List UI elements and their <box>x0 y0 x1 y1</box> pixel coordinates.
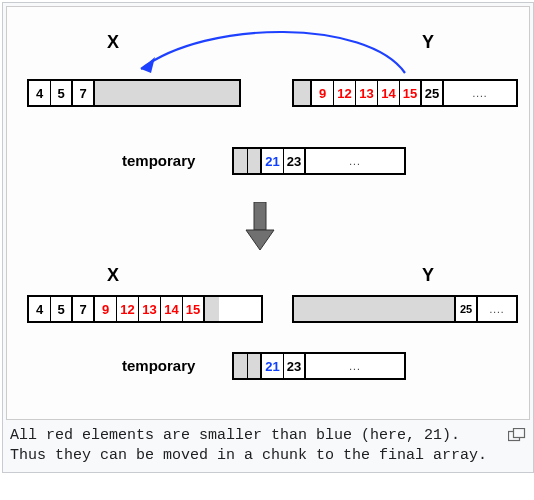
cell: 13 <box>139 297 161 321</box>
cell: 12 <box>117 297 139 321</box>
cell: 14 <box>378 81 400 105</box>
cell: 4 <box>29 297 51 321</box>
cell: 14 <box>161 297 183 321</box>
label-x-top: X <box>107 32 119 53</box>
caption-row: All red elements are smaller than blue (… <box>6 420 530 469</box>
cell-ellipsis: .... <box>478 297 516 321</box>
cell: 25 <box>456 297 478 321</box>
label-x-bottom: X <box>107 265 119 286</box>
cell-gray <box>248 149 262 173</box>
label-temporary-top: temporary <box>122 152 195 169</box>
label-y-top: Y <box>422 32 434 53</box>
cell: 12 <box>334 81 356 105</box>
cell-gray <box>205 297 219 321</box>
cell-gray <box>248 354 262 378</box>
cell: 9 <box>312 81 334 105</box>
cell: 5 <box>51 81 73 105</box>
cell: 7 <box>73 297 95 321</box>
cell: 9 <box>95 297 117 321</box>
array-temp-top: 21 23 ... <box>232 147 406 175</box>
cell: 13 <box>356 81 378 105</box>
svg-marker-2 <box>246 230 274 250</box>
cell: 7 <box>73 81 95 105</box>
svg-rect-1 <box>254 202 266 230</box>
cell: 4 <box>29 81 51 105</box>
cell-ellipsis: .... <box>444 81 516 105</box>
array-temp-bottom: 21 23 ... <box>232 352 406 380</box>
cell-gray-region <box>95 81 239 105</box>
cell: 15 <box>183 297 205 321</box>
cell: 21 <box>262 149 284 173</box>
cell: 23 <box>284 149 306 173</box>
enlarge-icon[interactable] <box>508 428 526 442</box>
down-arrow-icon <box>245 202 275 252</box>
cell-ellipsis: ... <box>306 354 404 378</box>
svg-marker-0 <box>141 57 155 73</box>
array-y-top: 9 12 13 14 15 25 .... <box>292 79 518 107</box>
svg-rect-4 <box>514 429 525 438</box>
diagram: X Y 4 5 7 9 12 13 14 15 25 .... temporar… <box>6 6 530 420</box>
cell-gray <box>294 81 312 105</box>
figure-caption: All red elements are smaller than blue (… <box>10 426 502 467</box>
cell-gray <box>234 149 248 173</box>
figure-wrapper: X Y 4 5 7 9 12 13 14 15 25 .... temporar… <box>2 2 534 473</box>
array-y-bottom: 25 .... <box>292 295 518 323</box>
cell-gray <box>234 354 248 378</box>
blue-curve-arrow-icon <box>127 27 417 81</box>
cell-gray-region <box>294 297 456 321</box>
array-x-bottom: 4 5 7 9 12 13 14 15 <box>27 295 263 323</box>
cell: 5 <box>51 297 73 321</box>
cell: 25 <box>422 81 444 105</box>
cell: 15 <box>400 81 422 105</box>
array-x-top: 4 5 7 <box>27 79 241 107</box>
label-temporary-bottom: temporary <box>122 357 195 374</box>
cell-ellipsis: ... <box>306 149 404 173</box>
cell: 23 <box>284 354 306 378</box>
cell: 21 <box>262 354 284 378</box>
label-y-bottom: Y <box>422 265 434 286</box>
